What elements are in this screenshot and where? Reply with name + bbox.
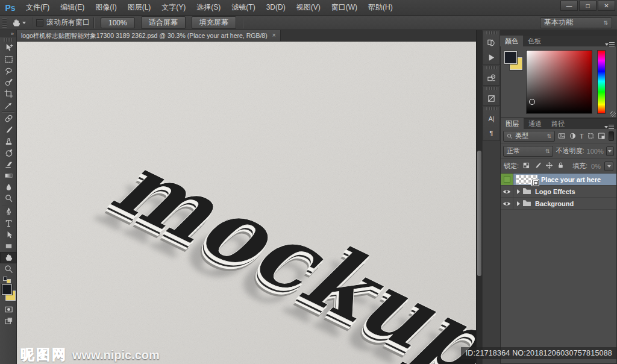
hue-ramp[interactable] bbox=[597, 50, 606, 114]
panel-menu-icon[interactable] bbox=[604, 125, 614, 129]
tab-color[interactable]: 颜色 bbox=[500, 36, 523, 46]
styles-panel-button[interactable] bbox=[483, 91, 500, 105]
filter-adjustment-icon[interactable] bbox=[569, 132, 577, 140]
menu-window[interactable]: 窗口(W) bbox=[326, 0, 363, 15]
path-selection-tool[interactable] bbox=[0, 229, 17, 240]
workspace-switcher[interactable]: 基本功能 ⇅ bbox=[540, 17, 612, 28]
crop-tool[interactable] bbox=[0, 88, 17, 99]
menu-type[interactable]: 文字(Y) bbox=[156, 0, 191, 15]
expand-triangle-icon[interactable] bbox=[517, 201, 520, 206]
canvas[interactable]: mockup mockup mockup mockup mockup mocku… bbox=[17, 41, 476, 364]
lock-paint-icon[interactable] bbox=[534, 161, 542, 172]
vertical-scrollbar[interactable] bbox=[477, 151, 481, 276]
tab-swatches[interactable]: 色板 bbox=[523, 36, 546, 46]
menu-select[interactable]: 选择(S) bbox=[191, 0, 226, 15]
quick-selection-icon bbox=[4, 78, 13, 87]
maximize-button[interactable]: □ bbox=[579, 1, 597, 11]
menu-file[interactable]: 文件(F) bbox=[20, 0, 55, 15]
lock-transparent-icon[interactable] bbox=[522, 161, 530, 172]
history-brush-icon bbox=[4, 148, 13, 157]
scroll-all-windows-checkbox[interactable] bbox=[36, 19, 43, 27]
clone-stamp-tool[interactable] bbox=[0, 136, 17, 147]
filter-smart-object-icon[interactable] bbox=[598, 132, 606, 140]
saturation-brightness-field[interactable] bbox=[526, 50, 592, 114]
tab-paths[interactable]: 路径 bbox=[547, 118, 569, 129]
panel-menu-icon[interactable] bbox=[605, 42, 615, 46]
clone-source-panel-button[interactable] bbox=[483, 71, 500, 85]
screen-mode-button[interactable] bbox=[0, 315, 17, 327]
move-tool[interactable] bbox=[0, 42, 17, 54]
gradient-tool[interactable] bbox=[0, 170, 17, 181]
smart-object-thumbnail[interactable] bbox=[516, 175, 537, 184]
toolbar-collapse-button[interactable]: » bbox=[0, 30, 16, 37]
layer-name: Background bbox=[535, 200, 574, 207]
active-tool-button[interactable] bbox=[9, 18, 28, 28]
zoom-100-button[interactable]: 100% bbox=[101, 17, 135, 28]
foreground-color-swatch[interactable] bbox=[2, 284, 12, 295]
type-tool[interactable] bbox=[0, 218, 17, 229]
dodge-tool[interactable] bbox=[0, 193, 17, 204]
filter-type-icon[interactable]: T bbox=[580, 133, 584, 140]
menu-image[interactable]: 图像(I) bbox=[90, 0, 122, 15]
spot-healing-tool[interactable] bbox=[0, 113, 17, 124]
lock-all-icon[interactable] bbox=[557, 161, 565, 172]
history-panel-button[interactable] bbox=[483, 36, 500, 50]
tab-close-icon[interactable]: × bbox=[272, 30, 276, 41]
layer-row-place-your-art-here[interactable]: Place your art here bbox=[501, 174, 616, 186]
history-brush-tool[interactable] bbox=[0, 147, 17, 158]
actions-panel-button[interactable] bbox=[483, 50, 500, 64]
close-button[interactable]: ✕ bbox=[598, 1, 615, 11]
blend-mode-dropdown[interactable]: 正常 ⇅ bbox=[503, 146, 553, 157]
quick-mask-button[interactable] bbox=[0, 304, 17, 315]
menu-help[interactable]: 帮助(H) bbox=[363, 0, 398, 15]
tab-layers[interactable]: 图层 bbox=[501, 118, 524, 129]
expand-triangle-icon[interactable] bbox=[517, 189, 520, 194]
panel-foreground-swatch[interactable] bbox=[504, 51, 517, 64]
paragraph-panel-button[interactable]: ¶ bbox=[483, 126, 500, 140]
blur-tool[interactable] bbox=[0, 181, 17, 193]
updown-arrows-icon: ⇅ bbox=[603, 20, 608, 26]
menu-3d[interactable]: 3D(D) bbox=[261, 0, 291, 15]
menu-view[interactable]: 视图(V) bbox=[291, 0, 326, 15]
filter-shape-icon[interactable] bbox=[587, 132, 595, 140]
minimize-button[interactable]: — bbox=[560, 1, 578, 11]
layer-row-background[interactable]: Background bbox=[501, 198, 616, 210]
menu-filter[interactable]: 滤镜(T) bbox=[226, 0, 260, 15]
layer-visibility-cell[interactable] bbox=[501, 186, 513, 197]
fill-value[interactable]: 0% bbox=[591, 163, 601, 170]
opacity-value[interactable]: 100% bbox=[587, 148, 604, 155]
lasso-tool[interactable] bbox=[0, 65, 17, 77]
lock-position-icon[interactable] bbox=[545, 161, 553, 172]
menu-edit[interactable]: 编辑(E) bbox=[55, 0, 90, 15]
blend-mode-value: 正常 bbox=[507, 146, 520, 155]
tab-channels[interactable]: 通道 bbox=[524, 118, 547, 129]
mini-background-swatch bbox=[7, 279, 11, 283]
character-panel-button[interactable]: A| bbox=[483, 111, 500, 126]
fill-dropdown-button[interactable] bbox=[604, 162, 613, 171]
brush-tool[interactable] bbox=[0, 124, 17, 136]
fit-screen-button[interactable]: 适合屏幕 bbox=[141, 16, 186, 29]
document-tab[interactable]: logo样机标志贴图智能对象17300 3189 2362.psd @ 30.3… bbox=[17, 30, 281, 41]
eraser-tool[interactable] bbox=[0, 158, 17, 170]
eyedropper-tool[interactable] bbox=[0, 99, 17, 111]
filter-kind-dropdown[interactable]: 类型 ⇅ bbox=[503, 131, 555, 142]
layer-visibility-cell[interactable] bbox=[501, 174, 513, 185]
default-swap-colors[interactable] bbox=[0, 276, 16, 283]
menu-layer[interactable]: 图层(L) bbox=[122, 0, 157, 15]
panel-resize-handle[interactable] bbox=[610, 111, 616, 117]
layer-row-logo-effects[interactable]: Logo Effects bbox=[501, 186, 616, 198]
layer-visibility-cell[interactable] bbox=[501, 198, 513, 209]
hand-tool[interactable] bbox=[0, 252, 17, 263]
pen-tool[interactable] bbox=[0, 206, 17, 218]
quick-selection-tool[interactable] bbox=[0, 77, 17, 88]
filter-toggle-switch[interactable] bbox=[609, 131, 614, 141]
filter-image-icon[interactable] bbox=[558, 132, 566, 140]
color-cursor[interactable] bbox=[529, 99, 535, 105]
marquee-tool[interactable] bbox=[0, 54, 17, 65]
shape-tool[interactable] bbox=[0, 240, 17, 252]
scroll-all-windows-option[interactable]: 滚动所有窗口 bbox=[36, 17, 90, 28]
zoom-tool[interactable] bbox=[0, 263, 17, 275]
fill-screen-button[interactable]: 填充屏幕 bbox=[192, 16, 236, 29]
fill-label: 填充: bbox=[572, 162, 587, 171]
opacity-dropdown-button[interactable] bbox=[606, 146, 614, 156]
